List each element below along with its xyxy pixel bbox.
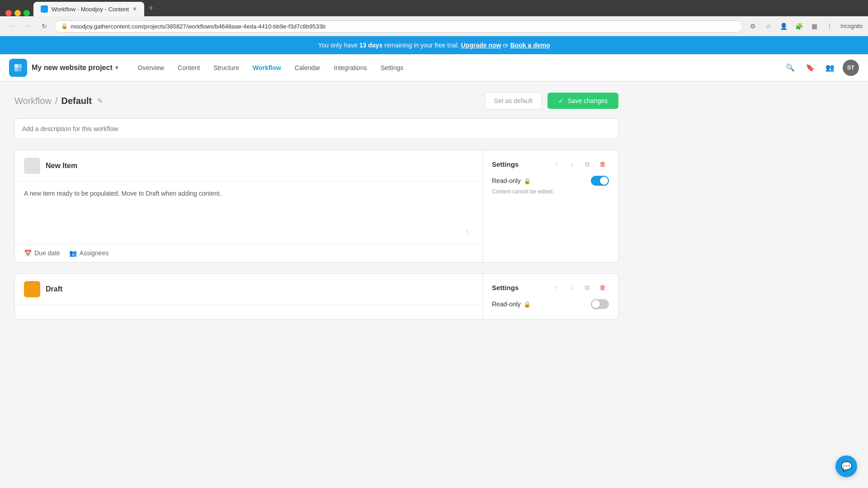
read-only-toggle-draft[interactable] <box>591 299 609 309</box>
card-settings: Settings ↑ ↓ ⧉ 🗑 Read-only 🔒 <box>482 150 618 262</box>
lock-icon: 🔒 <box>61 23 68 29</box>
incognito-label: Incognito <box>840 23 863 29</box>
browser-minimize-btn[interactable] <box>14 10 21 16</box>
trial-text-after: remaining in your free trial. <box>384 42 461 49</box>
workflow-description-input[interactable] <box>14 118 618 139</box>
read-only-row-draft: Read-only 🔒 <box>492 299 609 309</box>
trial-days: 13 days <box>359 42 382 49</box>
breadcrumb-workflow-link[interactable]: Workflow <box>14 96 52 106</box>
sidebar-icon[interactable]: ▦ <box>808 20 821 33</box>
lock-icon: 🔒 <box>524 178 531 184</box>
nav-workflow[interactable]: Workflow <box>246 61 288 75</box>
nav-overview[interactable]: Overview <box>132 61 170 75</box>
nav-calendar[interactable]: Calendar <box>288 61 327 75</box>
menu-icon[interactable]: ⋮ <box>823 20 836 33</box>
status-color-swatch-draft[interactable] <box>24 281 40 297</box>
url-text: moodjoy.gathercontent.com/projects/38582… <box>71 23 326 30</box>
chat-icon: 💬 <box>841 461 852 470</box>
set-default-button[interactable]: Set as default <box>485 92 542 109</box>
settings-title: Settings <box>492 160 519 168</box>
card-header-draft: Draft <box>15 274 482 305</box>
user-avatar[interactable]: ST <box>843 60 859 76</box>
nav-settings[interactable]: Settings <box>374 61 410 75</box>
extensions-icon[interactable]: ⚙ <box>746 20 759 33</box>
logo-area: My new website project ▾ <box>9 59 118 77</box>
nav-structure[interactable]: Structure <box>207 61 245 75</box>
assignees-label: Assignees <box>80 249 109 257</box>
card-left-draft: Draft <box>15 274 482 319</box>
card-main-draft: Draft Settings ↑ ↓ ⧉ 🗑 <box>15 274 618 319</box>
move-up-button-draft[interactable]: ↑ <box>550 281 563 294</box>
breadcrumb-actions: Set as default ✓ Save changes <box>485 92 618 109</box>
resize-icon: ⤡ <box>465 228 470 235</box>
breadcrumb-row: Workflow / Default ✎ Set as default ✓ Sa… <box>14 92 618 109</box>
move-down-button[interactable]: ↓ <box>566 158 578 170</box>
puzzle-icon[interactable]: 🧩 <box>793 20 805 33</box>
save-checkmark-icon: ✓ <box>558 97 564 104</box>
breadcrumb: Workflow / Default ✎ <box>14 95 105 107</box>
people-icon: 👥 <box>69 249 77 257</box>
forward-button[interactable]: → <box>22 20 34 33</box>
read-only-row: Read-only 🔒 <box>492 176 609 186</box>
bookmark-icon[interactable]: ☆ <box>762 20 774 33</box>
due-date-item[interactable]: 📅 Due date <box>24 249 60 257</box>
save-changes-button[interactable]: ✓ Save changes <box>547 93 618 109</box>
card-spacer <box>14 270 618 273</box>
app-header: My new website project ▾ Overview Conten… <box>0 54 868 81</box>
nav-content[interactable]: Content <box>171 61 206 75</box>
settings-header-draft: Settings ↑ ↓ ⧉ 🗑 <box>492 281 609 294</box>
trial-banner: You only have 13 days remaining in your … <box>0 36 868 54</box>
team-button[interactable]: 👥 <box>823 61 837 75</box>
card-left: New Item A new item ready to be populate… <box>15 150 482 262</box>
breadcrumb-edit-icon[interactable]: ✎ <box>95 95 105 107</box>
calendar-icon: 📅 <box>24 249 32 257</box>
search-button[interactable]: 🔍 <box>783 61 797 75</box>
breadcrumb-separator: / <box>55 96 58 106</box>
project-dropdown-icon: ▾ <box>115 65 118 71</box>
settings-actions: ↑ ↓ ⧉ 🗑 <box>550 158 609 170</box>
move-up-button[interactable]: ↑ <box>550 158 563 170</box>
save-label: Save changes <box>567 97 608 104</box>
card-settings-draft: Settings ↑ ↓ ⧉ 🗑 Read-only 🔒 <box>482 274 618 319</box>
demo-link[interactable]: Book a demo <box>510 42 550 49</box>
delete-button-draft[interactable]: 🗑 <box>596 281 609 294</box>
app-container: You only have 13 days remaining in your … <box>0 36 868 470</box>
status-color-swatch[interactable] <box>24 158 40 174</box>
card-main: New Item A new item ready to be populate… <box>15 150 618 262</box>
delete-button[interactable]: 🗑 <box>596 158 609 170</box>
refresh-button[interactable]: ↻ <box>38 20 51 33</box>
active-tab[interactable]: Workflow - Moodjoy - Content ✕ <box>33 2 144 16</box>
settings-title-draft: Settings <box>492 284 519 291</box>
card-header: New Item <box>15 150 482 182</box>
assignees-item[interactable]: 👥 Assignees <box>69 249 109 257</box>
browser-close-btn[interactable] <box>5 10 12 16</box>
logo-icon[interactable] <box>9 59 27 77</box>
upgrade-link[interactable]: Upgrade now <box>461 42 501 49</box>
url-bar[interactable]: 🔒 moodjoy.gathercontent.com/projects/385… <box>54 20 743 33</box>
new-tab-button[interactable]: + <box>144 1 158 15</box>
lock-icon-draft: 🔒 <box>524 301 531 308</box>
header-actions: 🔍 🔖 👥 ST <box>783 60 859 76</box>
profile-icon[interactable]: 👤 <box>777 20 790 33</box>
notifications-button[interactable]: 🔖 <box>803 61 817 75</box>
due-date-label: Due date <box>34 249 60 257</box>
move-down-button-draft[interactable]: ↓ <box>566 281 578 294</box>
card-description-textarea[interactable]: A new item ready to be populated. Move t… <box>24 189 473 225</box>
browser-maximize-btn[interactable] <box>24 10 30 16</box>
project-name[interactable]: My new website project ▾ <box>32 64 118 72</box>
page-content: Workflow / Default ✎ Set as default ✓ Sa… <box>0 81 633 338</box>
workflow-card-draft: Draft Settings ↑ ↓ ⧉ 🗑 <box>14 273 618 319</box>
main-nav: Overview Content Structure Workflow Cale… <box>132 61 783 75</box>
nav-icons: ⚙ ☆ 👤 🧩 ▦ ⋮ Incognito <box>746 20 863 33</box>
nav-integrations[interactable]: Integrations <box>328 61 373 75</box>
status-name: New Item <box>46 162 77 170</box>
duplicate-button[interactable]: ⧉ <box>581 158 594 170</box>
read-only-label-draft: Read-only 🔒 <box>492 300 531 308</box>
status-name-draft: Draft <box>46 285 62 293</box>
back-button[interactable]: ← <box>5 20 18 33</box>
read-only-toggle[interactable] <box>591 176 609 186</box>
duplicate-button-draft[interactable]: ⧉ <box>581 281 594 294</box>
tab-close-icon[interactable]: ✕ <box>132 6 137 12</box>
breadcrumb-current: Default <box>61 96 92 106</box>
read-only-label: Read-only 🔒 <box>492 177 531 184</box>
